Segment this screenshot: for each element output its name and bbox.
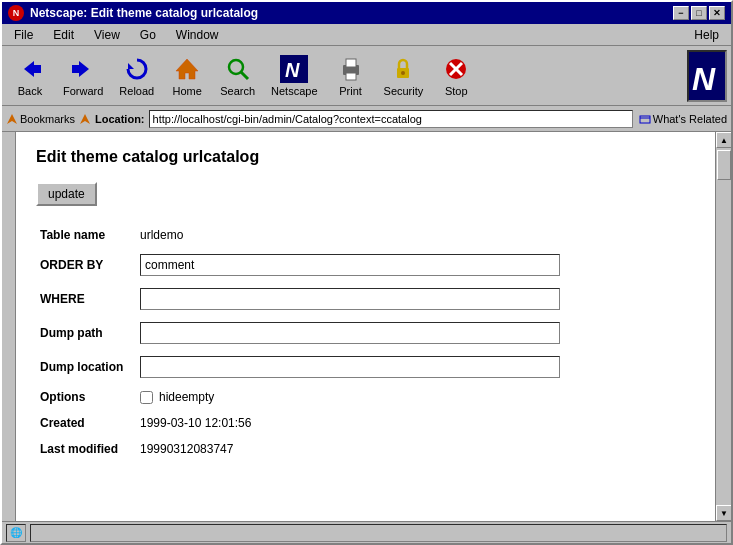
svg-line-7 bbox=[241, 72, 248, 79]
print-icon bbox=[337, 55, 365, 83]
svg-point-14 bbox=[401, 71, 405, 75]
search-icon bbox=[224, 55, 252, 83]
dump-location-row: Dump location bbox=[36, 350, 695, 384]
svg-marker-5 bbox=[176, 59, 198, 79]
form-table: Table name urldemo ORDER BY WHERE Du bbox=[36, 222, 695, 462]
svg-marker-20 bbox=[7, 114, 17, 124]
options-checkbox-row: hideempty bbox=[140, 390, 691, 404]
status-icon[interactable]: 🌐 bbox=[6, 524, 26, 542]
security-button[interactable]: Security bbox=[377, 51, 431, 101]
reload-icon bbox=[123, 55, 151, 83]
scroll-down-button[interactable]: ▼ bbox=[716, 505, 731, 521]
last-modified-value: 19990312083747 bbox=[136, 436, 695, 462]
hideempty-label: hideempty bbox=[159, 390, 214, 404]
location-bar: Bookmarks Location: What's Related bbox=[2, 106, 731, 132]
netscape-button[interactable]: N Netscape bbox=[264, 51, 324, 101]
security-icon bbox=[389, 55, 417, 83]
created-row: Created 1999-03-10 12:01:56 bbox=[36, 410, 695, 436]
last-modified-label: Last modified bbox=[36, 436, 136, 462]
svg-rect-12 bbox=[346, 73, 356, 80]
svg-marker-2 bbox=[79, 61, 89, 77]
scroll-thumb[interactable] bbox=[717, 150, 731, 180]
table-name-label: Table name bbox=[36, 222, 136, 248]
menu-view[interactable]: View bbox=[86, 26, 128, 44]
reload-button[interactable]: Reload bbox=[112, 51, 161, 101]
location-input[interactable] bbox=[149, 110, 633, 128]
title-bar: N Netscape: Edit theme catalog urlcatalo… bbox=[2, 2, 731, 24]
dump-path-label: Dump path bbox=[36, 316, 136, 350]
maximize-button[interactable]: □ bbox=[691, 6, 707, 20]
status-text bbox=[30, 524, 727, 542]
print-button[interactable]: Print bbox=[327, 51, 375, 101]
app-icon: N bbox=[8, 5, 24, 21]
menu-bar: File Edit View Go Window Help bbox=[2, 24, 731, 46]
page-title: Edit theme catalog urlcatalog bbox=[36, 148, 695, 166]
svg-rect-22 bbox=[640, 116, 650, 123]
dump-location-label: Dump location bbox=[36, 350, 136, 384]
hideempty-checkbox[interactable] bbox=[140, 391, 153, 404]
svg-marker-21 bbox=[80, 114, 90, 124]
status-bar: 🌐 bbox=[2, 521, 731, 543]
title-bar-left: N Netscape: Edit theme catalog urlcatalo… bbox=[8, 5, 258, 21]
stop-icon bbox=[442, 55, 470, 83]
whats-related-icon bbox=[639, 113, 651, 125]
options-label: Options bbox=[36, 384, 136, 410]
netscape-logo: N bbox=[687, 50, 727, 102]
svg-rect-11 bbox=[346, 59, 356, 67]
dump-path-input[interactable] bbox=[140, 322, 560, 344]
scroll-up-button[interactable]: ▲ bbox=[716, 132, 731, 148]
table-name-row: Table name urldemo bbox=[36, 222, 695, 248]
menu-file[interactable]: File bbox=[6, 26, 41, 44]
back-button[interactable]: Back bbox=[6, 51, 54, 101]
menu-help[interactable]: Help bbox=[686, 26, 727, 44]
minimize-button[interactable]: − bbox=[673, 6, 689, 20]
content-area: Edit theme catalog urlcatalog update Tab… bbox=[16, 132, 715, 521]
svg-point-6 bbox=[229, 60, 243, 74]
scroll-track[interactable] bbox=[716, 148, 731, 505]
update-button[interactable]: update bbox=[36, 182, 97, 206]
forward-icon bbox=[69, 55, 97, 83]
window-title: Netscape: Edit theme catalog urlcatalog bbox=[30, 6, 258, 20]
sidebar-left bbox=[2, 132, 16, 521]
svg-text:N: N bbox=[285, 59, 300, 81]
svg-rect-1 bbox=[33, 65, 41, 73]
home-icon bbox=[173, 55, 201, 83]
where-label: WHERE bbox=[36, 282, 136, 316]
forward-button[interactable]: Forward bbox=[56, 51, 110, 101]
last-modified-row: Last modified 19990312083747 bbox=[36, 436, 695, 462]
table-name-value: urldemo bbox=[136, 222, 695, 248]
search-button[interactable]: Search bbox=[213, 51, 262, 101]
dump-location-input[interactable] bbox=[140, 356, 560, 378]
bookmark-icon2 bbox=[79, 113, 91, 125]
svg-text:N: N bbox=[692, 61, 716, 97]
main-window: N Netscape: Edit theme catalog urlcatalo… bbox=[0, 0, 733, 545]
vertical-scrollbar: ▲ ▼ bbox=[715, 132, 731, 521]
whats-related-button[interactable]: What's Related bbox=[639, 113, 727, 125]
toolbar: Back Forward Reload Home Search bbox=[2, 46, 731, 106]
location-label: Location: bbox=[95, 113, 145, 125]
svg-marker-0 bbox=[24, 61, 34, 77]
home-button[interactable]: Home bbox=[163, 51, 211, 101]
svg-marker-4 bbox=[128, 63, 134, 69]
where-row: WHERE bbox=[36, 282, 695, 316]
dump-path-row: Dump path bbox=[36, 316, 695, 350]
options-row: Options hideempty bbox=[36, 384, 695, 410]
created-value: 1999-03-10 12:01:56 bbox=[136, 410, 695, 436]
bookmarks-button[interactable]: Bookmarks bbox=[6, 113, 75, 125]
close-button[interactable]: ✕ bbox=[709, 6, 725, 20]
created-label: Created bbox=[36, 410, 136, 436]
svg-rect-3 bbox=[72, 65, 80, 73]
where-input[interactable] bbox=[140, 288, 560, 310]
back-icon bbox=[16, 55, 44, 83]
order-by-input[interactable] bbox=[140, 254, 560, 276]
order-by-label: ORDER BY bbox=[36, 248, 136, 282]
menu-go[interactable]: Go bbox=[132, 26, 164, 44]
window-controls: − □ ✕ bbox=[673, 6, 725, 20]
order-by-row: ORDER BY bbox=[36, 248, 695, 282]
menu-window[interactable]: Window bbox=[168, 26, 227, 44]
stop-button[interactable]: Stop bbox=[432, 51, 480, 101]
content-wrapper: Edit theme catalog urlcatalog update Tab… bbox=[2, 132, 731, 521]
netscape-icon: N bbox=[280, 55, 308, 83]
menu-edit[interactable]: Edit bbox=[45, 26, 82, 44]
